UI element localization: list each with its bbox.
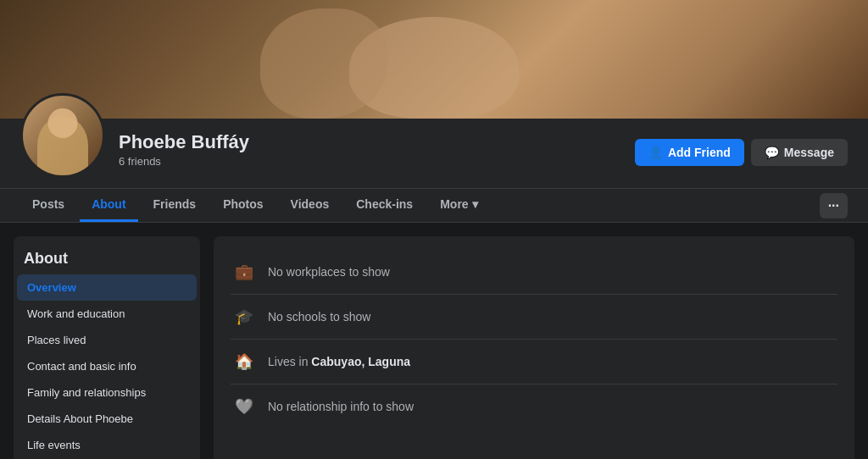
chevron-down-icon: ▾	[472, 197, 478, 211]
about-row-workplaces: 💼 No workplaces to show	[231, 250, 837, 295]
home-icon: 🏠	[231, 348, 258, 375]
about-row-schools: 🎓 No schools to show	[231, 295, 837, 340]
graduation-icon: 🎓	[231, 303, 258, 330]
tab-checkins[interactable]: Check-ins	[344, 189, 425, 222]
sidebar-item-family-relationships[interactable]: Family and relationships	[17, 379, 197, 406]
sidebar-item-overview[interactable]: Overview	[17, 274, 197, 301]
tab-more[interactable]: More ▾	[428, 189, 489, 222]
about-row-lives-in: 🏠 Lives in Cabuyao, Laguna	[231, 340, 837, 384]
briefcase-icon: 💼	[231, 258, 258, 285]
sidebar-item-work-education[interactable]: Work and education	[17, 301, 197, 327]
profile-actions: 👤 Add Friend 💬 Message	[635, 139, 848, 178]
about-workplaces-text: No workplaces to show	[268, 265, 390, 279]
add-friend-icon: 👤	[648, 146, 663, 159]
nav-tabs: Posts About Friends Photos Videos Check-…	[0, 189, 868, 223]
avatar	[20, 93, 105, 178]
avatar-image	[20, 93, 105, 178]
lives-in-location: Cabuyao, Laguna	[311, 355, 410, 368]
message-button[interactable]: 💬 Message	[751, 139, 848, 166]
about-content: 💼 No workplaces to show 🎓 No schools to …	[214, 236, 854, 459]
heart-icon: 🩶	[231, 393, 258, 420]
tab-posts[interactable]: Posts	[20, 189, 76, 222]
about-sidebar: About Overview Work and education Places…	[14, 236, 200, 459]
profile-info: Phoebe Buffáy 6 friends	[119, 131, 621, 178]
friends-count: 6 friends	[119, 155, 621, 168]
tab-more-label: More	[440, 197, 468, 211]
profile-section: Phoebe Buffáy 6 friends 👤 Add Friend 💬 M…	[0, 119, 868, 189]
about-row-relationship: 🩶 No relationship info to show	[231, 384, 837, 429]
sidebar-item-life-events[interactable]: Life events	[17, 432, 197, 458]
message-icon: 💬	[765, 146, 779, 159]
profile-name: Phoebe Buffáy	[119, 131, 621, 153]
about-lives-in-text: Lives in Cabuyao, Laguna	[268, 355, 410, 368]
tab-videos[interactable]: Videos	[279, 189, 342, 222]
main-content: About Overview Work and education Places…	[0, 223, 868, 459]
tab-about[interactable]: About	[80, 189, 137, 222]
about-sidebar-title: About	[14, 246, 200, 274]
add-friend-label: Add Friend	[668, 146, 731, 159]
tab-photos[interactable]: Photos	[211, 189, 275, 222]
sidebar-item-contact-basic[interactable]: Contact and basic info	[17, 353, 197, 379]
message-label: Message	[784, 146, 834, 159]
sidebar-item-places-lived[interactable]: Places lived	[17, 327, 197, 353]
sidebar-item-details-phoebe[interactable]: Details About Phoebe	[17, 406, 197, 432]
about-schools-text: No schools to show	[268, 310, 370, 324]
lives-in-prefix: Lives in	[268, 355, 311, 368]
cover-photo	[0, 0, 868, 119]
about-relationship-text: No relationship info to show	[268, 400, 414, 413]
add-friend-button[interactable]: 👤 Add Friend	[635, 139, 744, 166]
tab-friends[interactable]: Friends	[142, 189, 209, 222]
nav-more-options-button[interactable]: ···	[820, 193, 848, 218]
